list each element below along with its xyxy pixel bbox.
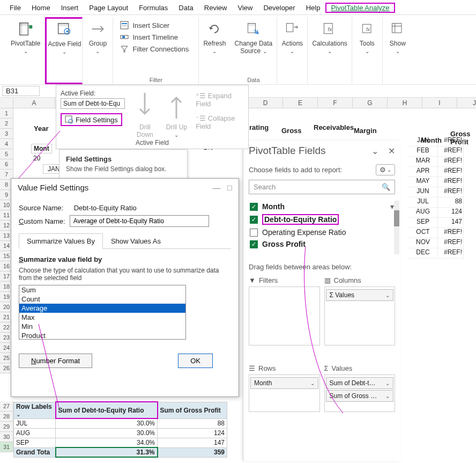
insert-slicer[interactable]: Insert Slicer <box>117 19 172 31</box>
svg-rect-5 <box>58 24 69 26</box>
field-settings-tooltip: Field Settings Show the Field Settings d… <box>59 149 188 179</box>
menu-view[interactable]: View <box>232 3 258 13</box>
checkbox-icon[interactable]: ✓ <box>250 216 258 224</box>
ribbon-calculations[interactable]: fx Calculations⌄ <box>308 17 352 84</box>
col-header-G[interactable]: G <box>353 98 388 108</box>
col-header-H[interactable]: H <box>388 98 422 108</box>
menu-developer[interactable]: Developer <box>258 3 300 13</box>
rows-icon: ☰ <box>249 364 255 372</box>
menu-help[interactable]: Help <box>301 3 326 13</box>
ptf-search-input[interactable]: Search 🔍 <box>249 180 395 194</box>
ribbon-actions[interactable]: Actions⌄ <box>277 17 308 84</box>
col-header-D[interactable]: D <box>248 98 283 108</box>
summarize-option-min[interactable]: Min <box>19 322 185 331</box>
field-gross-profit[interactable]: ✓Gross Profit <box>249 238 395 250</box>
field-month[interactable]: ✓Month▾ <box>249 201 395 212</box>
active-field-panel: Active Field: Sum of Debt-to-Equ Field S… <box>56 85 249 149</box>
tab-summarize-values[interactable]: Summarize Values By <box>19 233 103 249</box>
menu-page-layout[interactable]: Page Layout <box>84 3 133 13</box>
columns-pill-values[interactable]: Σ Values⌄ <box>326 289 394 301</box>
name-box[interactable]: B31 <box>2 86 40 96</box>
pivot-table[interactable]: Row Labels ⌄ Sum of Debt-to-Equity Ratio… <box>13 401 227 458</box>
filter-group-label: Filter <box>113 77 198 83</box>
checkbox-icon[interactable]: ✓ <box>250 240 258 248</box>
menu-file[interactable]: File <box>4 3 26 13</box>
selected-cell[interactable]: 31.3% <box>56 447 158 457</box>
values-area-header: ΣValues <box>324 364 396 372</box>
columns-area-header: ▥Columns <box>324 276 396 284</box>
field-settings-button[interactable]: Field Settings <box>61 113 122 126</box>
columns-dropzone[interactable]: Σ Values⌄ <box>324 286 396 346</box>
menu-pivottable-analyze[interactable]: PivotTable Analyze <box>325 3 395 13</box>
col-header-J[interactable]: J <box>457 98 476 108</box>
svg-rect-10 <box>122 25 127 26</box>
ptf-choose-label: Choose fields to add to report: <box>249 166 342 174</box>
menu-home[interactable]: Home <box>26 3 56 13</box>
menu-review[interactable]: Review <box>199 3 233 13</box>
field-debt-to-equity-ratio[interactable]: ✓Debt-to-Equity Ratio <box>249 212 395 226</box>
summarize-option-sum[interactable]: Sum <box>19 285 185 295</box>
summarize-listbox[interactable]: SumCountAverageMaxMinProduct <box>19 285 186 340</box>
ribbon-change-data-source[interactable]: Change Data Source ⌄ Data <box>230 17 277 84</box>
summarize-option-average[interactable]: Average <box>19 304 185 313</box>
values-pill-gross[interactable]: Sum of Gross …⌄ <box>326 390 394 402</box>
calculations-icon: fx <box>319 19 340 39</box>
number-format-button[interactable]: Number Format <box>19 354 92 368</box>
collapse-field: ⁻☰ Collapse Field <box>196 114 244 130</box>
funnel-icon[interactable]: ▾ <box>390 202 394 211</box>
col-header-E[interactable]: E <box>283 98 318 108</box>
close-icon[interactable]: ✕ <box>388 146 395 156</box>
ribbon-filter-group: Insert Slicer Insert Timeline Filter Con… <box>113 17 199 84</box>
rows-pill-month[interactable]: Month⌄ <box>250 377 318 389</box>
rows-dropzone[interactable]: Month⌄ <box>249 374 320 412</box>
ribbon-group[interactable]: Group⌄ <box>83 17 113 84</box>
group-icon <box>87 19 108 39</box>
value-field-settings-dialog: Value Field Settings — □ Source Name: De… <box>11 178 239 397</box>
ribbon-active-field[interactable]: Active Field⌄ <box>45 17 83 84</box>
svg-rect-20 <box>392 24 401 33</box>
checkbox-icon[interactable]: ✓ <box>250 203 258 211</box>
filter-connections[interactable]: Filter Connections <box>117 43 191 55</box>
ribbon-pivottable[interactable]: PivotTable⌄ <box>6 17 45 84</box>
scrollbar[interactable] <box>394 201 399 254</box>
chevron-down-icon[interactable]: ⌄ <box>371 146 378 156</box>
summarize-option-product[interactable]: Product <box>19 331 185 340</box>
ribbon-show[interactable]: Show⌄ <box>383 17 413 84</box>
summarize-option-max[interactable]: Max <box>19 313 185 322</box>
svg-rect-9 <box>122 23 127 24</box>
filters-dropzone[interactable] <box>249 286 320 346</box>
col-header-F[interactable]: F <box>318 98 353 108</box>
summarize-option-count[interactable]: Count <box>19 295 185 304</box>
svg-rect-12 <box>122 36 125 38</box>
vfs-source-value: Debt-to-Equity Ratio <box>74 204 137 212</box>
menu-insert[interactable]: Insert <box>56 3 84 13</box>
data-group-label: Data <box>230 77 277 83</box>
gear-icon[interactable]: ⚙ ⌄ <box>376 164 395 175</box>
ok-button[interactable]: OK <box>178 354 213 368</box>
ribbon-tools[interactable]: fx Tools⌄ <box>352 17 383 84</box>
col-header-I[interactable]: I <box>422 98 457 108</box>
active-field-value[interactable]: Sum of Debt-to-Equ <box>61 98 125 109</box>
menu-data[interactable]: Data <box>173 3 198 13</box>
tools-icon: fx <box>356 19 378 39</box>
pvt-h2[interactable]: Sum of Debt-to-Equity Ratio <box>56 402 158 418</box>
pvt-h1[interactable]: Row Labels ⌄ <box>14 402 56 418</box>
year-label: Year <box>34 124 48 133</box>
menu-formulas[interactable]: Formulas <box>133 3 173 13</box>
col-header-A[interactable]: A <box>13 98 55 108</box>
insert-timeline[interactable]: Insert Timeline <box>117 31 180 43</box>
tab-show-values-as[interactable]: Show Values As <box>103 233 169 248</box>
svg-rect-15 <box>287 24 293 32</box>
ribbon-refresh[interactable]: Refresh⌄ <box>199 17 230 84</box>
checkbox-icon[interactable] <box>250 229 258 237</box>
cell-20[interactable]: 20 <box>33 155 40 162</box>
values-pill-debt[interactable]: Sum of Debt-t…⌄ <box>326 377 394 389</box>
svg-point-7 <box>66 31 69 33</box>
pvt-h3[interactable]: Sum of Gross Profit <box>158 402 227 418</box>
field-list: ✓Month▾✓Debt-to-Equity RatioOperating Ex… <box>249 201 395 250</box>
cell-mont[interactable]: Mont <box>31 144 52 153</box>
vfs-custom-name-input[interactable] <box>70 215 209 227</box>
ribbon: PivotTable⌄ Active Field⌄ Group⌄ Insert … <box>0 15 476 85</box>
values-dropzone[interactable]: Sum of Debt-t…⌄ Sum of Gross …⌄ <box>324 374 396 412</box>
field-operating-expense-ratio[interactable]: Operating Expense Ratio <box>249 226 395 238</box>
